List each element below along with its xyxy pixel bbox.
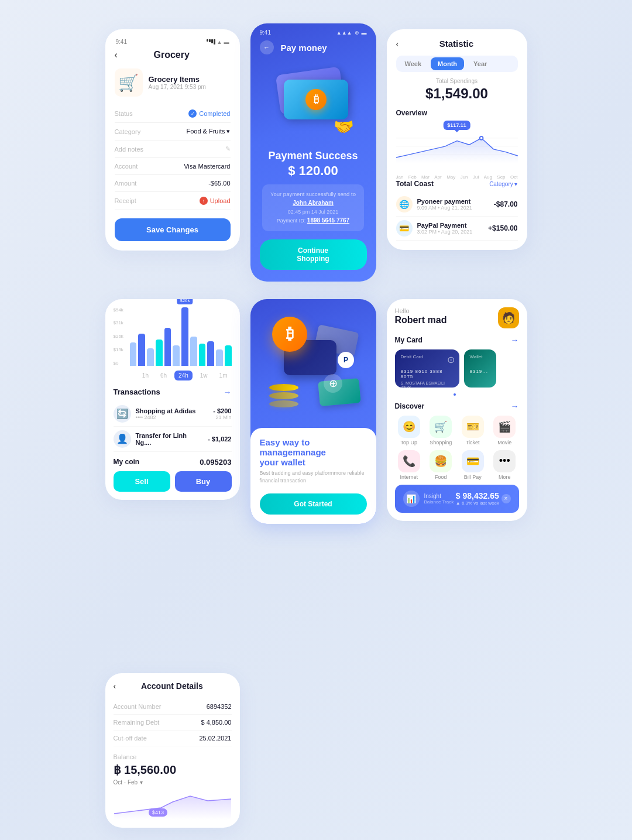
dashboard-greeting: Hello: [395, 307, 447, 314]
coin-layer-1: [269, 384, 298, 391]
remaining-value: $ 4,850.00: [201, 719, 232, 726]
wallet-dashboard-card: Hello Robert mad 🧑 My Card → Debit Card …: [387, 299, 527, 521]
coin-stack: [269, 384, 298, 407]
save-changes-button[interactable]: Save Changes: [115, 218, 231, 241]
balance-label: Balance: [114, 753, 232, 760]
bar-9: [199, 344, 206, 366]
credit-card-1[interactable]: Debit Card ⊙ 8319 8610 3888 8075 S. MOST…: [395, 349, 459, 388]
cutoff-field: Cut-off date 25.02.2021: [114, 731, 232, 746]
paypal-info: PayPal Payment 3:02 PM • Aug 20, 2021: [417, 222, 473, 235]
bar-1: [130, 342, 137, 366]
bar-8: [190, 337, 197, 366]
discover-topup[interactable]: 😊 Top Up: [395, 416, 424, 445]
topup-icon: 😊: [398, 416, 420, 438]
bar-6: [173, 345, 180, 366]
paypal-badge: P: [338, 352, 354, 368]
discover-label: Discover: [395, 402, 425, 410]
adidas-name: Shopping at Adidas: [136, 407, 209, 414]
category-value[interactable]: Food & Fruits ▾: [186, 128, 230, 135]
discover-food[interactable]: 🍔 Food: [427, 450, 455, 480]
continue-shopping-button[interactable]: Continue Shopping: [260, 239, 367, 270]
user-info: Hello Robert mad: [395, 307, 447, 325]
discover-arrow-icon[interactable]: →: [511, 402, 519, 411]
tab-year[interactable]: Year: [466, 57, 494, 70]
pay-signal-icon: ▲▲▲: [336, 30, 352, 36]
discover-ticket[interactable]: 🎫 Ticket: [459, 416, 487, 445]
transactions-label: Transactions: [114, 388, 160, 396]
credit-card-2[interactable]: Wallet 8319...: [464, 349, 496, 388]
bitcoin-badge: ₿: [305, 89, 327, 110]
mini-badge: $413: [149, 808, 167, 817]
stat-back-icon[interactable]: ‹: [396, 39, 399, 49]
transactions-arrow-icon[interactable]: →: [224, 388, 232, 397]
sell-button[interactable]: Sell: [114, 471, 170, 492]
get-started-button[interactable]: Got Started: [260, 493, 367, 515]
period-dropdown-icon[interactable]: ▾: [140, 779, 143, 786]
pioneer-date: 9:09 AM • Aug 21, 2021: [417, 205, 472, 211]
my-card-arrow-icon[interactable]: →: [511, 335, 519, 345]
time-tab-1m[interactable]: 1m: [215, 371, 232, 380]
tab-week[interactable]: Week: [398, 57, 429, 70]
topup-label: Top Up: [400, 440, 417, 445]
upload-btn[interactable]: ↑ Upload: [200, 197, 231, 205]
my-coin-value: 0.095203: [200, 458, 231, 467]
discover-more[interactable]: ••• More: [490, 450, 519, 480]
stat-header: ‹ Statistic: [396, 39, 518, 49]
bar-3: [147, 348, 154, 366]
pay-title: Pay money: [281, 43, 327, 53]
crypto-chart-card: $54k$31k$26k$13k$0 $26k: [105, 299, 240, 500]
pay-time: 9:41: [260, 29, 271, 36]
card-type-1: Debit Card: [401, 354, 454, 359]
mini-chart: $413: [114, 790, 232, 820]
grocery-time: 9:41: [116, 39, 127, 45]
cost-item-left: 🌐 Pyoneer payment 9:09 AM • Aug 21, 2021: [396, 196, 472, 212]
dot-1: [454, 393, 456, 396]
time-tab-24h[interactable]: 24h: [174, 371, 193, 380]
payment-success-title: Payment Success: [268, 150, 358, 162]
internet-icon: 📞: [398, 450, 420, 472]
pay-status-bar: 9:41 ▲▲▲ ⊛ ▬: [250, 23, 376, 36]
discover-billpay[interactable]: 💳 Bill Pay: [459, 450, 487, 480]
amount-label: Amount: [115, 180, 137, 187]
account-header: ‹ Account Details: [114, 681, 232, 691]
time-tab-1w[interactable]: 1w: [196, 371, 212, 380]
time-tab-1h[interactable]: 1h: [138, 371, 153, 380]
insight-close-icon[interactable]: ×: [502, 494, 511, 503]
paypal-name: PayPal Payment: [417, 222, 473, 229]
remaining-label: Remaining Debt: [114, 719, 160, 726]
notes-edit-icon[interactable]: ✎: [225, 145, 231, 153]
movie-label: Movie: [497, 440, 511, 445]
discover-movie[interactable]: 🎬 Movie: [490, 416, 519, 445]
payment-date: 02:45 pm 14 Jul 2021: [288, 209, 339, 215]
pay-wifi-icon: ⊛: [355, 30, 359, 36]
pioneer-name: Pyoneer payment: [417, 198, 472, 205]
bar-10: [207, 341, 214, 366]
discover-internet[interactable]: 📞 Internet: [395, 450, 424, 480]
time-tab-6h[interactable]: 6h: [156, 371, 171, 380]
status-icons: ▲ ▬: [207, 39, 229, 45]
tab-month[interactable]: Month: [431, 57, 464, 70]
discover-header: Discover →: [395, 402, 519, 411]
wallet-3d-art: ₿ P ⊕: [260, 311, 366, 416]
coin-layer-2: [269, 392, 298, 399]
transaction-transfer: 👤 Transfer for Linh Ng.... - $1,022: [114, 427, 232, 452]
discover-shopping[interactable]: 🛒 Shopping: [427, 416, 455, 445]
transfer-amount-col: - $1,022: [208, 436, 231, 443]
shopping-label: Shopping: [430, 440, 452, 445]
billpay-label: Bill Pay: [464, 474, 482, 480]
payment-info-box: Your payment successfully send to John A…: [262, 184, 364, 231]
my-coin-row: My coin 0.095203: [114, 458, 232, 467]
bar-7-active: $26k: [181, 307, 188, 366]
upload-icon: ↑: [200, 197, 208, 205]
mini-chart-svg: [114, 790, 232, 820]
status-label: Status: [115, 110, 133, 117]
pay-back-button[interactable]: ←: [260, 40, 274, 54]
bar-4: [156, 340, 163, 366]
back-arrow-icon[interactable]: ‹: [115, 50, 118, 60]
category-dropdown[interactable]: Category ▾: [489, 181, 517, 187]
recipient-name: John Abraham: [293, 200, 334, 206]
buy-button[interactable]: Buy: [175, 471, 232, 492]
insight-amount: $ 98,432.65: [456, 491, 499, 500]
more-icon: •••: [493, 450, 516, 472]
account-back-icon[interactable]: ‹: [114, 681, 116, 691]
